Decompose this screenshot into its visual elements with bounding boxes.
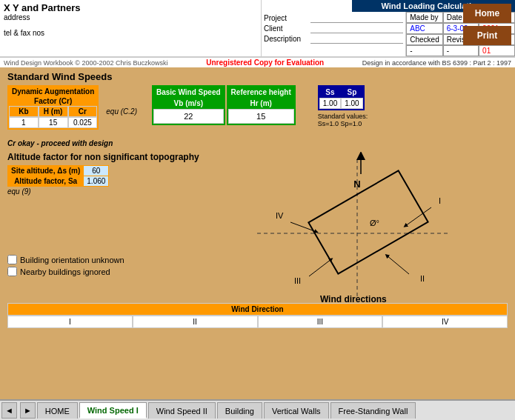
tab-wind-speed-i[interactable]: Wind Speed I: [79, 402, 147, 419]
tab-free-standing-wall[interactable]: Free-Standing Wall: [330, 402, 416, 419]
alt-factor-label: Altitude factor, Sa: [8, 176, 84, 187]
site-alt-label: Site altitude, Δs (m): [8, 166, 84, 176]
company-address: address: [4, 13, 257, 21]
dynamic-equ: equ (C.2): [106, 107, 137, 116]
dir-I: I: [439, 196, 441, 205]
wind-speed-ref-group: Basic Wind Speed Vb (m/s) 22 Reference h…: [152, 85, 296, 125]
sp-header: Sp: [341, 87, 362, 98]
svg-line-5: [387, 256, 409, 274]
dyn-kb-value: 1: [9, 117, 39, 128]
company-contact: tel & fax nos: [4, 29, 257, 37]
wind-speed-section: Basic Wind Speed Vb (m/s) 22 Reference h…: [152, 85, 296, 125]
dyn-kb-header: Kb: [9, 106, 39, 117]
svg-line-7: [290, 222, 316, 232]
altitude-diagram-section: Altitude factor for non significant topo…: [7, 152, 508, 300]
orientation-label: Building orientation unknown: [20, 256, 124, 264]
ref-height-title: Reference height: [228, 87, 294, 98]
sp-value: 1.00: [341, 98, 362, 109]
print-button[interactable]: Print: [463, 26, 511, 45]
diagram-section: N Ø° I II III IV: [199, 152, 508, 300]
ref-height-box: Reference height Hr (m) 15: [227, 85, 296, 125]
dir-III: III: [294, 276, 301, 285]
project-label: Project: [264, 14, 308, 22]
altitude-section: Altitude factor for non significant topo…: [7, 152, 199, 296]
copyright-text: Wind Design Workbook © 2000-2002 Chris B…: [4, 59, 168, 67]
tab-nav-next[interactable]: ►: [20, 402, 36, 419]
company-name: X Y and Partners: [4, 2, 257, 13]
tabs-bar: ◄ ► HOME Wind Speed I Wind Speed II Buil…: [0, 399, 515, 420]
ref-height-subtitle: Hr (m): [228, 98, 294, 109]
col-III: III: [258, 316, 383, 328]
checked-value: -: [406, 45, 442, 56]
dyn-cr-header: Cr: [68, 106, 98, 117]
client-label: Client: [264, 24, 308, 33]
unregistered-text: Unregistered Copy for Evaluation: [206, 59, 324, 67]
nearby-checkbox[interactable]: [7, 267, 17, 276]
company-info: X Y and Partners address tel & fax nos: [0, 0, 262, 56]
copyright-bar: Wind Design Workbook © 2000-2002 Chris B…: [0, 57, 515, 67]
ss-value: 1.00: [319, 98, 341, 109]
orientation-checkbox[interactable]: [7, 255, 17, 264]
page-title: Standard Wind Speeds: [7, 71, 508, 82]
wind-speed-box: Basic Wind Speed Vb (m/s) 22: [152, 85, 225, 125]
tab-vertical-walls[interactable]: Vertical Walls: [264, 402, 329, 419]
home-button[interactable]: Home: [463, 4, 511, 23]
wind-speed-value: 22: [153, 109, 224, 124]
north-label: N: [353, 179, 360, 190]
main-content: Standard Wind Speeds Dynamic Augmentatio…: [0, 67, 515, 332]
wind-diagram-svg: N Ø° I II III IV: [250, 152, 457, 300]
wind-dir-header: Wind Direction: [7, 303, 508, 316]
dyn-hm-header: H (m): [39, 106, 68, 117]
ss-sp-box: Ss Sp 1.00 1.00: [318, 85, 365, 110]
tab-nav-prev[interactable]: ◄: [1, 402, 17, 419]
description-label: Description: [264, 35, 308, 43]
altitude-title: Altitude factor for non significant topo…: [7, 152, 199, 162]
top-bar: X Y and Partners address tel & fax nos W…: [0, 0, 515, 57]
ss-sp-section: Ss Sp 1.00 1.00 Standard values: Ss=1.0 …: [318, 85, 368, 127]
col-II: II: [133, 316, 258, 328]
std-values: Standard values: Ss=1.0 Sp=1.0: [318, 113, 368, 127]
wind-diagram: N Ø° I II III IV: [250, 152, 457, 300]
dir-II: II: [420, 274, 425, 283]
nearby-label: Nearby buildings ignored: [20, 267, 110, 276]
checkboxes-section: Building orientation unknown Nearby buil…: [7, 255, 199, 276]
sidebar-buttons: Home Print: [459, 0, 515, 49]
wind-speed-subtitle: Vb (m/s): [153, 98, 224, 109]
tab-home[interactable]: HOME: [37, 402, 78, 419]
wind-speed-title: Basic Wind Speed: [153, 87, 224, 98]
svg-line-6: [309, 259, 331, 276]
std-values-label: Standard values:: [318, 113, 368, 120]
dir-IV: IV: [276, 211, 284, 220]
cr-ok-text: Cr okay - proceed with design: [7, 139, 508, 147]
dynamic-aug-subtitle: Factor (Cr): [9, 96, 97, 106]
bottom-table-section: Wind Direction I II III IV: [7, 303, 508, 328]
dyn-cr-value: 0.025: [68, 117, 98, 128]
bs-note: Design in accordance with BS 6399 : Part…: [362, 59, 511, 67]
std-values-note: Ss=1.0 Sp=1.0: [318, 120, 368, 127]
site-alt-value: 60: [84, 166, 109, 176]
made-by-value: ABC: [406, 23, 442, 34]
tab-wind-speed-ii[interactable]: Wind Speed II: [148, 402, 216, 419]
top-section: Dynamic Augmentation Factor (Cr) Kb H (m…: [7, 85, 508, 136]
ss-header: Ss: [319, 87, 341, 98]
checked-label: Checked: [406, 34, 442, 45]
angle-label: Ø°: [370, 219, 379, 227]
ref-height-value: 15: [228, 109, 294, 124]
altitude-table: Site altitude, Δs (m) 60 Altitude factor…: [7, 165, 109, 187]
made-by-label: Made by: [406, 12, 442, 23]
col-I: I: [7, 316, 133, 328]
checkbox-nearby: Nearby buildings ignored: [7, 267, 199, 276]
col-IV: IV: [382, 316, 508, 328]
tab-building[interactable]: Building: [217, 402, 262, 419]
bottom-cols: I II III IV: [7, 316, 508, 328]
dynamic-aug-box: Dynamic Augmentation Factor (Cr) Kb H (m…: [7, 85, 99, 130]
dynamic-aug-title: Dynamic Augmentation: [9, 87, 97, 96]
bottom-table: Wind Direction: [7, 303, 508, 316]
alt-factor-value: 1.060: [84, 176, 109, 187]
altitude-equ: equ (9): [7, 187, 31, 196]
checkbox-orientation: Building orientation unknown: [7, 255, 199, 264]
dyn-hm-value: 15: [39, 117, 68, 128]
